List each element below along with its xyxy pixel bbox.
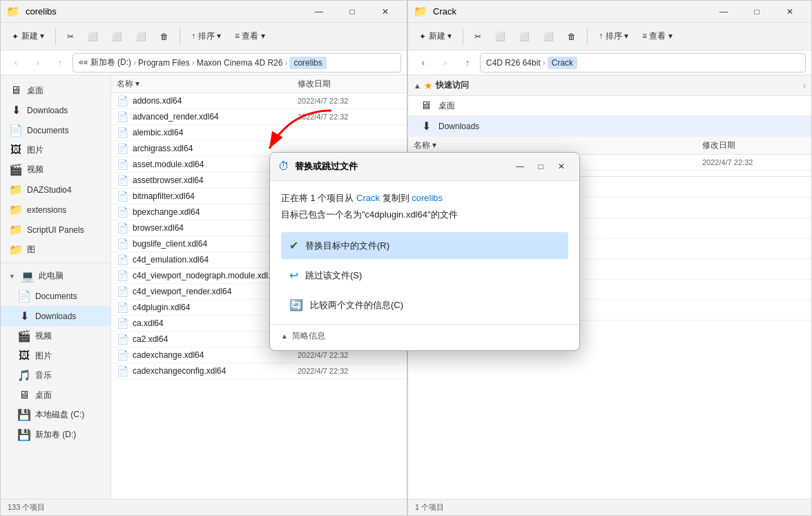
left-sidebar: 🖥 桌面 ⬇ Downloads 📄 Documents 🖼 图片 🎬 视频 📁 [1, 75, 111, 499]
sidebar-item-documents1[interactable]: 📄 Documents [1, 120, 110, 140]
sidebar-item-scriptui[interactable]: 📁 ScriptUI Panels [1, 220, 110, 240]
sidebar-item-documents2[interactable]: 📄 Documents [1, 286, 110, 306]
left-window-title: corelibs [26, 6, 57, 17]
left-copy-btn[interactable]: ⬜ [82, 29, 104, 44]
sidebar-item-extensions[interactable]: 📁 extensions [1, 200, 110, 220]
dialog-option-compare[interactable]: 🔄 比较两个文件的信息(C) [281, 292, 568, 318]
dialog-option-replace[interactable]: ✔ 替换目标中的文件(R) [281, 232, 568, 259]
quick-access-header: ▲ ★ 快速访问 › [408, 75, 811, 96]
right-copy-btn[interactable]: ⬜ [490, 29, 511, 44]
right-breadcrumb-item-0[interactable]: C4D R26 64bit [486, 58, 541, 68]
file-icon-addons: 📄 [117, 95, 128, 106]
qa-item-desktop[interactable]: 🖥 桌面 [408, 96, 811, 116]
left-breadcrumb-item-3[interactable]: corelibs [289, 57, 326, 69]
qa-desktop-icon: 🖥 [419, 99, 433, 112]
file-icon-ca: 📄 [117, 318, 128, 329]
right-minimize-btn[interactable]: — [708, 1, 740, 23]
left-view-btn[interactable]: ≡ 查看 ▾ [229, 28, 271, 45]
sidebar-item-pictures1[interactable]: 🖼 图片 [1, 140, 110, 160]
file-date-addons: 2022/4/7 22:32 [298, 97, 401, 105]
right-new-icon: ✦ [419, 32, 426, 41]
file-icon-c4dplugin: 📄 [117, 302, 128, 313]
left-breadcrumb-item-2[interactable]: Maxon Cinema 4D R26 [197, 58, 283, 68]
sidebar-item-drive-d[interactable]: 💾 新加卷 (D:) [1, 425, 110, 445]
sidebar-item-downloads1[interactable]: ⬇ Downloads [1, 100, 110, 120]
sidebar-item-drive-c[interactable]: 💾 本地磁盘 (C:) [1, 405, 110, 425]
file-row-advanced-render[interactable]: 📄 advanced_render.xdl64 2022/4/7 22:32 [111, 109, 407, 125]
sidebar-item-dazstudio[interactable]: 📁 DAZStudio4 [1, 180, 110, 200]
left-cut-btn[interactable]: ✂ [61, 29, 79, 44]
file-name-advanced-render: advanced_render.xdl64 [133, 112, 298, 122]
documents-icon-2: 📄 [17, 289, 31, 303]
right-toolbar-sep2 [587, 28, 588, 45]
sidebar-item-downloads2[interactable]: ⬇ Downloads [1, 306, 110, 326]
sidebar-item-pictures2[interactable]: 🖼 图片 [1, 346, 110, 365]
qa-label-desktop: 桌面 [438, 100, 455, 112]
file-icon-c4d-emulation: 📄 [117, 254, 128, 265]
file-date-cadexchangeconfig: 2022/4/7 22:32 [298, 367, 401, 375]
left-minimize-btn[interactable]: — [303, 1, 335, 23]
left-breadcrumb-item-0[interactable]: «« 新加卷 (D:) [79, 57, 131, 68]
right-paste-btn[interactable]: ⬜ [514, 29, 535, 44]
left-paste-btn[interactable]: ⬜ [106, 29, 128, 44]
file-icon-bitmapfilter: 📄 [117, 191, 128, 202]
left-rename-btn[interactable]: ⬜ [130, 29, 152, 44]
right-cut-btn[interactable]: ✂ [469, 29, 487, 44]
dialog-title-text: 替换或跳过文件 [295, 160, 505, 173]
left-maximize-btn[interactable]: □ [336, 1, 368, 23]
sidebar-item-tu[interactable]: 📁 图 [1, 240, 110, 260]
dazstudio-icon: 📁 [9, 183, 23, 196]
left-delete-btn[interactable]: 🗑 [155, 29, 174, 44]
right-col-date: 修改日期 [702, 140, 806, 151]
sidebar-item-desktop[interactable]: 🖥 桌面 [1, 81, 110, 100]
right-maximize-btn[interactable]: □ [741, 1, 773, 23]
right-window-title: Crack [433, 6, 456, 17]
left-forward-btn[interactable]: › [28, 53, 48, 73]
left-file-list-header: 名称 ▾ 修改日期 [111, 75, 407, 93]
file-row-alembic[interactable]: 📄 alembic.xdl64 [111, 125, 407, 141]
dialog-maximize-btn[interactable]: □ [531, 158, 550, 175]
right-back-btn[interactable]: ‹ [414, 53, 433, 73]
left-status-bar: 133 个项目 [1, 499, 407, 515]
left-close-btn[interactable]: ✕ [369, 1, 401, 23]
right-view-btn[interactable]: ≡ 查看 ▾ [637, 28, 678, 45]
left-address-bar: ‹ › ↑ «« 新加卷 (D:) › Program Files › Maxo… [1, 50, 407, 75]
left-new-btn[interactable]: ✦ 新建 ▾ [6, 28, 50, 45]
dialog-minimize-btn[interactable]: — [510, 158, 530, 175]
left-breadcrumb-item-1[interactable]: Program Files [138, 58, 190, 68]
right-delete-btn[interactable]: 🗑 [562, 29, 581, 44]
replace-check-icon: ✔ [289, 239, 298, 252]
sidebar-item-music[interactable]: 🎵 音乐 [1, 365, 110, 385]
dialog-option-skip[interactable]: ↩ 跳过该文件(S) [281, 262, 568, 289]
right-up-btn[interactable]: ↑ [458, 53, 477, 73]
left-up-btn[interactable]: ↑ [50, 53, 70, 73]
qa-item-downloads[interactable]: ⬇ Downloads [408, 116, 811, 137]
left-sort-btn[interactable]: ↑ 排序 ▾ [186, 28, 226, 45]
file-row-cadexchangeconfig[interactable]: 📄 cadexchangeconfig.xdl64 2022/4/7 22:32 [111, 363, 407, 379]
sidebar-item-desktop2[interactable]: 🖥 桌面 [1, 385, 110, 405]
sidebar-item-videos1[interactable]: 🎬 视频 [1, 160, 110, 180]
right-forward-btn[interactable]: › [436, 53, 455, 73]
right-breadcrumb-item-1[interactable]: Crack [548, 57, 577, 69]
thispc-icon: 💻 [21, 269, 35, 283]
quick-access-collapse-icon: ▲ [414, 82, 421, 90]
right-sort-btn[interactable]: ↑ 排序 ▾ [593, 28, 634, 45]
file-name-addons: addons.xdl64 [133, 96, 298, 106]
file-icon-cadexchange: 📄 [117, 350, 128, 361]
left-toolbar: ✦ 新建 ▾ ✂ ⬜ ⬜ ⬜ 🗑 ↑ 排序 ▾ ≡ 查看 ▾ [1, 23, 407, 50]
dialog-close-btn[interactable]: ✕ [552, 158, 571, 175]
dialog-message: 正在将 1 个项目从 Crack 复制到 corelibs [281, 192, 568, 204]
dialog-summary[interactable]: ▲ 简略信息 [281, 330, 568, 342]
file-row-addons[interactable]: 📄 addons.xdl64 2022/4/7 22:32 [111, 93, 407, 109]
left-breadcrumb[interactable]: «« 新加卷 (D:) › Program Files › Maxon Cine… [72, 53, 401, 73]
right-breadcrumb[interactable]: C4D R26 64bit › Crack [480, 53, 806, 73]
left-status-text: 133 个项目 [8, 502, 45, 513]
sidebar-item-thispc[interactable]: ▼ 💻 此电脑 [1, 266, 110, 286]
sidebar-item-videos2[interactable]: 🎬 视频 [1, 326, 110, 346]
left-back-btn[interactable]: ‹ [6, 53, 26, 73]
right-rename-btn[interactable]: ⬜ [538, 29, 559, 44]
right-close-btn[interactable]: ✕ [774, 1, 806, 23]
right-new-btn[interactable]: ✦ 新建 ▾ [414, 28, 457, 45]
sidebar-label-drive-d: 新加卷 (D:) [35, 429, 76, 441]
right-col-name: 名称 ▾ [414, 140, 702, 151]
